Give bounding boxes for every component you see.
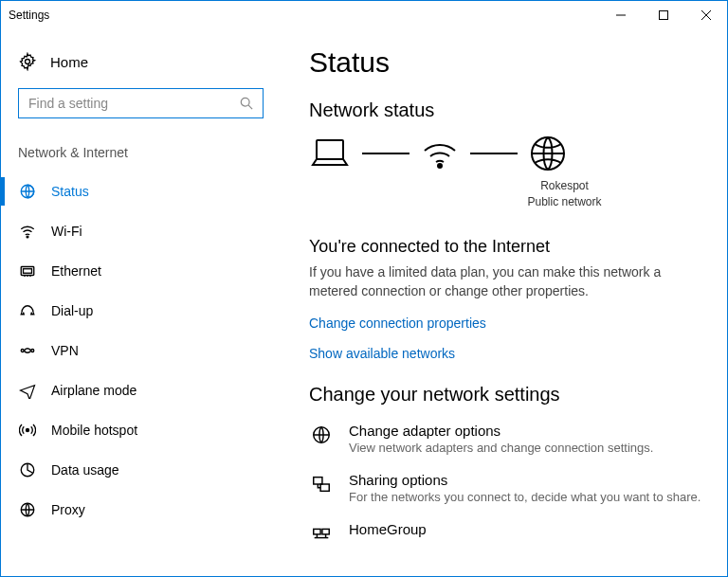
setting-title: Sharing options [349,472,701,488]
svg-rect-23 [314,478,322,484]
sharing-icon [309,472,334,504]
title-bar: Settings [1,1,727,29]
dialup-icon [18,302,37,319]
connected-description: If you have a limited data plan, you can… [309,262,688,301]
sidebar-item-vpn[interactable]: VPN [1,331,281,370]
close-icon [701,10,711,20]
diagram-line [362,153,410,154]
network-status-heading: Network status [309,99,708,121]
sidebar-item-label: Proxy [51,502,85,517]
home-link[interactable]: Home [1,46,281,88]
diagram-line [470,153,518,154]
svg-point-8 [27,236,28,238]
minimize-icon [616,10,626,20]
svg-point-14 [21,350,24,352]
maximize-icon [659,10,668,20]
maximize-button[interactable] [642,1,684,29]
home-label: Home [50,54,88,70]
window-controls [599,1,727,29]
change-connection-properties-link[interactable]: Change connection properties [309,316,708,331]
svg-rect-24 [320,484,329,491]
adapter-icon [309,423,334,455]
globe-icon [529,135,567,172]
network-name: Rokespot [421,178,708,194]
wifi-signal-icon [421,137,459,170]
main-panel: Status Network status Rokespot Public ne… [281,29,727,576]
minimize-button[interactable] [599,1,642,29]
svg-rect-25 [314,530,320,535]
search-input[interactable] [28,96,230,111]
sidebar-item-wifi[interactable]: Wi-Fi [1,211,281,251]
network-diagram [309,135,708,172]
sidebar-item-ethernet[interactable]: Ethernet [1,251,281,291]
setting-title: Change adapter options [349,423,653,439]
close-button[interactable] [684,1,727,29]
sidebar-item-hotspot[interactable]: Mobile hotspot [1,410,281,450]
sidebar: Home Network & Internet Status Wi-Fi [1,29,281,576]
wifi-icon [18,223,37,240]
svg-point-20 [438,164,442,168]
sidebar-item-label: Wi-Fi [51,224,82,239]
show-available-networks-link[interactable]: Show available networks [309,346,708,361]
datausage-icon [18,461,37,478]
window-title: Settings [9,9,49,22]
sidebar-item-dialup[interactable]: Dial-up [1,291,281,331]
sidebar-item-status[interactable]: Status [1,171,281,211]
svg-line-6 [248,105,252,109]
laptop-icon [309,136,351,171]
hotspot-icon [18,422,37,439]
setting-title: HomeGroup [349,521,427,537]
sidebar-item-label: Data usage [51,462,119,478]
vpn-icon [18,342,37,359]
setting-desc: For the networks you connect to, decide … [349,490,701,504]
diagram-labels: Rokespot Public network [421,178,708,210]
search-box[interactable] [18,88,264,118]
sidebar-category: Network & Internet [1,135,281,171]
homegroup-icon [309,521,334,544]
svg-rect-10 [24,269,32,274]
sidebar-item-label: Ethernet [51,263,101,279]
setting-sharing-options[interactable]: Sharing options For the networks you con… [309,472,708,504]
sidebar-item-label: VPN [51,343,79,358]
setting-desc: View network adapters and change connect… [349,441,653,455]
sidebar-item-label: Dial-up [51,303,93,318]
sidebar-item-label: Mobile hotspot [51,423,137,438]
connected-title: You're connected to the Internet [309,237,708,257]
sidebar-item-datausage[interactable]: Data usage [1,450,281,490]
change-settings-heading: Change your network settings [309,384,708,406]
sidebar-item-label: Status [51,184,89,199]
sidebar-item-label: Airplane mode [51,383,136,398]
airplane-icon [18,382,37,399]
network-type: Public network [421,194,708,210]
ethernet-icon [18,262,37,279]
gear-icon [18,52,37,71]
sidebar-item-airplane[interactable]: Airplane mode [1,370,281,410]
svg-rect-19 [317,140,343,159]
proxy-icon [18,501,37,518]
svg-point-15 [31,350,34,352]
svg-rect-26 [322,530,329,535]
setting-homegroup[interactable]: HomeGroup [309,521,708,544]
search-icon [240,97,253,110]
sidebar-item-proxy[interactable]: Proxy [1,490,281,530]
status-icon [18,183,37,200]
setting-change-adapter[interactable]: Change adapter options View network adap… [309,423,708,455]
svg-point-5 [241,98,249,106]
page-title: Status [309,46,708,79]
svg-rect-1 [659,11,667,20]
svg-point-4 [26,60,30,64]
svg-point-16 [27,429,29,432]
